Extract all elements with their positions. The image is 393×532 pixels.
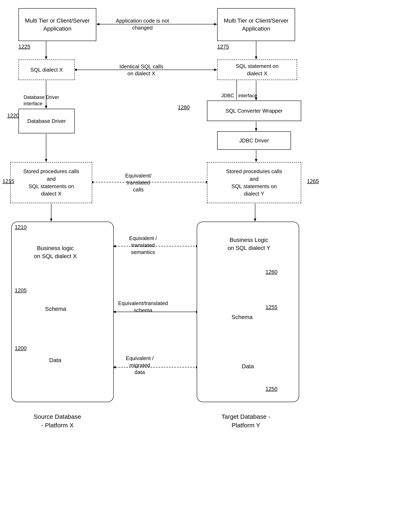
arrow-equiv-trans-schema-label: Equivalent/translatedschema xyxy=(112,300,174,314)
lbl-1220: 1220 xyxy=(7,112,19,119)
jdbc-interface-label: JDBC interface xyxy=(221,93,257,99)
data-y-label: Data xyxy=(242,363,254,370)
lbl-1210: 1210 xyxy=(15,224,27,231)
right-sql-converter-box: SQL Converter Wrapper xyxy=(207,100,301,121)
lbl-1225: 1225 xyxy=(19,44,30,50)
svg-marker-1 xyxy=(45,56,47,60)
right-app-box: Multi Tier or Client/ServerApplication xyxy=(217,8,295,41)
lbl-1260: 1260 xyxy=(265,269,277,275)
lbl-1215: 1215 xyxy=(2,178,14,185)
source-db-label: Source Database- Platform X xyxy=(20,412,94,430)
arrow-equiv-trans-sem-label: Equivalent /translatedsemantics xyxy=(114,235,172,256)
arrow-equiv-trans-calls-label: Equivalent/translatedcalls xyxy=(116,172,161,193)
left-stored-proc-box: Stored procedures callsandSQL statements… xyxy=(10,162,92,203)
svg-marker-24 xyxy=(50,219,52,221)
arrow-equiv-migrated-label: Equivalent /migrateddata xyxy=(113,355,166,376)
lbl-1205: 1205 xyxy=(15,287,27,294)
left-sql-dialect-box: SQL dialect X xyxy=(19,60,75,80)
lbl-1275: 1275 xyxy=(217,44,229,50)
lbl-1250: 1250 xyxy=(265,386,277,392)
schema-y-label: Schema xyxy=(231,314,253,321)
schema-x-label: Schema xyxy=(45,306,66,312)
left-sql-dialect-label: SQL dialect X xyxy=(30,66,63,73)
diagram-container: Multi Tier or Client/Server Application … xyxy=(0,0,393,532)
business-logic-y-label: Business Logicon SQL dialect Y xyxy=(215,236,283,252)
svg-marker-5 xyxy=(96,23,99,25)
right-stored-proc-label: Stored procedures callsandSQL statements… xyxy=(226,168,282,198)
db-driver-interface-label: Database Driverinterface xyxy=(24,94,59,107)
svg-marker-19 xyxy=(45,159,47,162)
right-sql-converter-label: SQL Converter Wrapper xyxy=(226,107,283,115)
svg-marker-9 xyxy=(214,69,217,71)
left-app-label: Multi Tier or Client/Server Application xyxy=(19,17,96,33)
data-x-label: Data xyxy=(49,357,61,364)
right-sql-statement-box: SQL statement ondialect X xyxy=(217,60,297,80)
right-app-label: Multi Tier or Client/ServerApplication xyxy=(224,17,289,33)
lbl-1280: 1280 xyxy=(178,104,190,110)
svg-marker-6 xyxy=(214,23,217,25)
left-app-box: Multi Tier or Client/Server Application xyxy=(19,8,96,41)
lbl-1200: 1200 xyxy=(15,345,27,351)
svg-marker-15 xyxy=(255,128,257,131)
right-jdbc-driver-box: JDBC Driver xyxy=(217,131,291,150)
left-stored-proc-label: Stored procedures callsandSQL statements… xyxy=(23,168,79,198)
arrow-identical-sql-label: Identical SQL callson dialect X xyxy=(111,63,172,77)
left-db-driver-label: Database Driver xyxy=(27,117,66,125)
lbl-1265: 1265 xyxy=(307,178,319,185)
arrow-app-code-label: Application code is notchanged xyxy=(112,17,173,31)
left-db-driver-box: Database Driver xyxy=(19,109,75,133)
svg-marker-17 xyxy=(255,159,257,162)
target-db-label: Target Database -Platform Y xyxy=(209,412,283,430)
right-jdbc-driver-label: JDBC Driver xyxy=(239,137,269,144)
svg-marker-26 xyxy=(254,219,256,221)
right-stored-proc-box: Stored procedures callsandSQL statements… xyxy=(207,162,301,203)
svg-marker-3 xyxy=(255,56,257,60)
lbl-1255: 1255 xyxy=(265,304,277,311)
right-sql-statement-label: SQL statement ondialect X xyxy=(236,62,279,77)
business-logic-x-label: Business logicon SQL dialect X xyxy=(29,244,82,260)
